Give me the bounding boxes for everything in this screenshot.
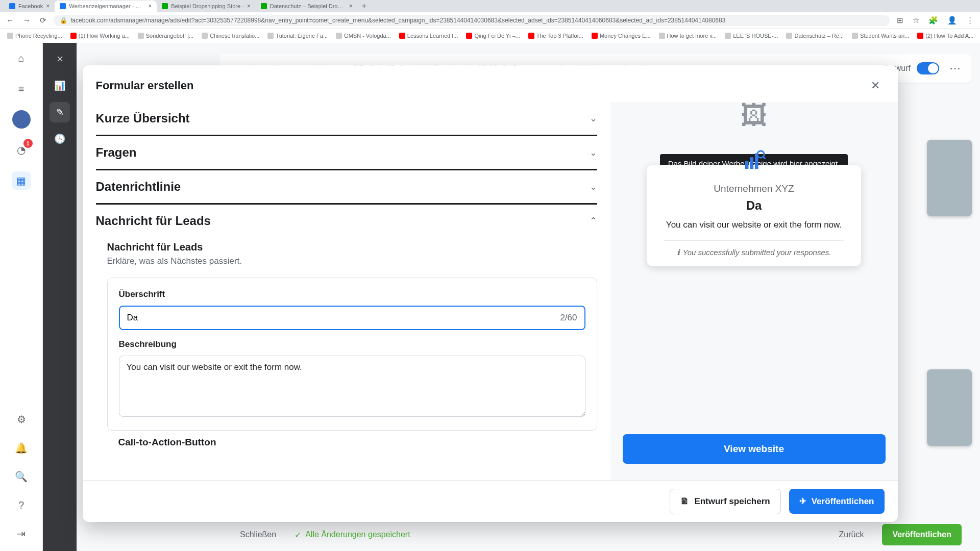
bookmark-item[interactable]: Phone Recycling...	[4, 32, 65, 40]
bookmark-item[interactable]: Sonderangebot! |...	[135, 32, 197, 40]
tab-strip: Facebook× Werbeanzeigenmanager - We...× …	[0, 0, 980, 12]
save-draft-button[interactable]: 🗎 Entwurf speichern	[670, 489, 780, 514]
svg-rect-0	[745, 161, 749, 169]
browser-tab[interactable]: Datenschutz – Beispiel Drops...×	[256, 1, 358, 12]
close-icon[interactable]: ✕	[866, 77, 885, 95]
extensions-icon[interactable]: ⊞	[895, 16, 905, 25]
new-tab-button[interactable]: +	[358, 2, 371, 11]
accordion-questions[interactable]: Fragen ⌄	[96, 136, 597, 170]
browser-tab-active[interactable]: Werbeanzeigenmanager - We...×	[55, 1, 157, 12]
preview-company-name: Unternehmen XYZ	[659, 183, 849, 194]
back-icon[interactable]: ←	[4, 16, 16, 24]
bookmark-item[interactable]: Datenschutz – Re...	[783, 32, 847, 40]
preview-headline: Da	[659, 198, 849, 213]
description-label: Beschreibung	[119, 339, 585, 349]
bookmark-item[interactable]: Money Changes E...	[589, 32, 654, 40]
modal-backdrop: Formular erstellen ✕ Kurze Übersicht ⌄ F…	[0, 43, 980, 551]
bookmark-item[interactable]: Student Wants an...	[849, 32, 912, 40]
tab-close-icon[interactable]: ×	[148, 3, 152, 10]
char-counter: 2/60	[560, 313, 577, 323]
chevron-down-icon: ⌄	[590, 113, 597, 124]
preview-confirmation: ℹYou successfully submitted your respons…	[659, 248, 849, 257]
form-column: Kurze Übersicht ⌄ Fragen ⌄ Datenrichtlin…	[83, 102, 610, 480]
bookmark-item[interactable]: The Top 3 Platfor...	[525, 32, 586, 40]
chevron-down-icon: ⌄	[590, 181, 597, 192]
preview-card: Unternehmen XYZ Da You can visit our web…	[647, 165, 861, 266]
bookmark-item[interactable]: (1) How Working a...	[67, 32, 133, 40]
modal-title: Formular erstellen	[96, 79, 194, 92]
info-icon: ℹ	[677, 248, 680, 257]
accordion-privacy[interactable]: Datenrichtlinie ⌄	[96, 170, 597, 205]
profile-icon[interactable]: 👤	[945, 16, 959, 25]
document-icon: 🗎	[680, 496, 689, 507]
modal-header: Formular erstellen ✕	[83, 65, 898, 102]
create-form-modal: Formular erstellen ✕ Kurze Übersicht ⌄ F…	[83, 65, 898, 522]
bookmark-item[interactable]: GMSN - Vologda...	[333, 32, 394, 40]
reload-icon[interactable]: ⟳	[38, 16, 48, 25]
section-title: Nachricht für Leads	[96, 214, 211, 228]
bookmark-item[interactable]: How to get more v...	[656, 32, 720, 40]
tab-close-icon[interactable]: ×	[46, 3, 50, 10]
cta-section-label: Call-to-Action-Button	[107, 437, 597, 448]
puzzle-icon[interactable]: 🧩	[926, 16, 940, 25]
bookmarks-bar: Phone Recycling... (1) How Working a... …	[0, 29, 980, 43]
section-title: Kurze Übersicht	[96, 111, 190, 126]
headline-input[interactable]	[127, 313, 560, 323]
browser-tab[interactable]: Beispiel Dropshipping Store -×	[157, 1, 255, 12]
bookmark-item[interactable]: Lessons Learned f...	[396, 32, 461, 40]
chart-stats-icon	[742, 148, 766, 172]
preview-column: 🖼 Das Bild deiner Werbeanzeige wird hier…	[610, 102, 898, 480]
browser-nav-bar: ← → ⟳ 🔒facebook.com/adsmanager/manage/ad…	[0, 12, 980, 29]
svg-line-4	[763, 157, 765, 159]
section-title: Fragen	[96, 145, 137, 160]
forward-icon[interactable]: →	[21, 16, 33, 24]
bookmark-item[interactable]: Chinese translatio...	[199, 32, 262, 40]
bookmark-item[interactable]: Qing Fei De Yi –...	[463, 32, 523, 40]
tab-close-icon[interactable]: ×	[349, 3, 353, 10]
star-icon[interactable]: ☆	[911, 16, 921, 25]
subsection-title: Nachricht für Leads	[107, 241, 597, 253]
modal-body: Kurze Übersicht ⌄ Fragen ⌄ Datenrichtlin…	[83, 102, 898, 480]
menu-icon[interactable]: ⋮	[964, 16, 976, 25]
bookmark-item[interactable]: Tutorial: Eigene Fa...	[264, 32, 331, 40]
accordion-completion[interactable]: Nachricht für Leads ⌃	[96, 205, 597, 237]
completion-subsection: Nachricht für Leads Erkläre, was als Näc…	[96, 237, 597, 448]
publish-button[interactable]: ✈ Veröffentlichen	[789, 489, 885, 514]
divider	[664, 240, 844, 241]
url-bar[interactable]: 🔒facebook.com/adsmanager/manage/ads/edit…	[54, 15, 890, 26]
description-textarea[interactable]	[119, 356, 585, 417]
subsection-description: Erkläre, was als Nächstes passiert.	[107, 256, 597, 266]
svg-point-3	[757, 151, 764, 158]
headline-input-wrapper: 2/60	[119, 306, 585, 330]
svg-rect-1	[750, 157, 753, 169]
accordion-overview[interactable]: Kurze Übersicht ⌄	[96, 102, 597, 136]
section-title: Datenrichtlinie	[96, 180, 181, 194]
preview-cta-button[interactable]: View website	[623, 434, 886, 464]
bookmark-item[interactable]: LEE 'S HOUSE-...	[722, 32, 781, 40]
send-icon: ✈	[799, 496, 806, 507]
browser-tab[interactable]: Facebook×	[4, 1, 55, 12]
chevron-up-icon: ⌃	[590, 215, 597, 227]
preview-description: You can visit our website or exit the fo…	[659, 219, 849, 231]
field-card: Überschrift 2/60 Beschreibung	[107, 278, 597, 431]
bookmark-item[interactable]: (2) How To Add A...	[914, 32, 976, 40]
lock-icon: 🔒	[60, 17, 67, 24]
tab-close-icon[interactable]: ×	[247, 3, 251, 10]
image-placeholder-icon: 🖼	[741, 102, 767, 131]
headline-label: Überschrift	[119, 289, 585, 299]
browser-chrome: Facebook× Werbeanzeigenmanager - We...× …	[0, 0, 980, 43]
modal-footer: 🗎 Entwurf speichern ✈ Veröffentlichen	[83, 480, 898, 522]
chevron-down-icon: ⌄	[590, 147, 597, 158]
